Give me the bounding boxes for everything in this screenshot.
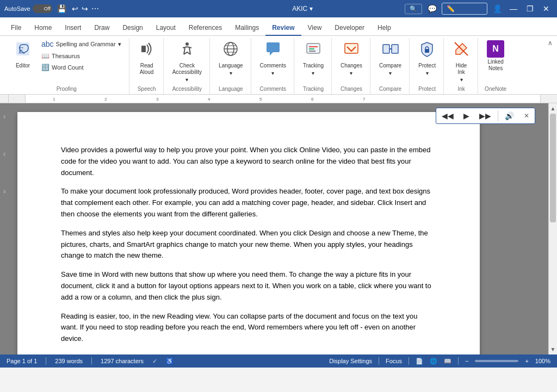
- tab-references[interactable]: References: [182, 21, 228, 36]
- accessibility-dropdown-icon[interactable]: ▾: [185, 77, 188, 83]
- comments-button[interactable]: Comments ▾: [257, 38, 289, 78]
- nav-next-next-button[interactable]: ▶▶: [475, 109, 496, 122]
- scroll-up-button[interactable]: ▲: [548, 103, 557, 114]
- read-aloud-icon: [138, 40, 156, 61]
- editor-button[interactable]: E Editor: [9, 38, 37, 71]
- minimize-button[interactable]: —: [507, 2, 520, 15]
- redo-button[interactable]: ↪: [82, 4, 88, 13]
- zoom-slider[interactable]: [475, 360, 518, 362]
- tab-draw[interactable]: Draw: [88, 21, 116, 36]
- search-button[interactable]: 🔍: [405, 4, 422, 14]
- focus-button[interactable]: Focus: [386, 358, 402, 364]
- changes-group-label: Changes: [341, 86, 362, 92]
- spelling-dropdown[interactable]: ▾: [118, 41, 121, 48]
- check-accessibility-button[interactable]: CheckAccessibility ▾: [169, 38, 205, 85]
- nav-sound-button[interactable]: 🔊: [500, 109, 518, 122]
- ribbon-group-compare: Compare ▾ Compare: [372, 38, 410, 94]
- horizontal-ruler: 1 2 3 4 5 6 7: [9, 95, 557, 103]
- undo-button[interactable]: ↩: [72, 4, 78, 13]
- tab-design[interactable]: Design: [116, 21, 149, 36]
- hide-ink-button[interactable]: HideInk ▾: [449, 38, 473, 85]
- view-web-icon[interactable]: 🌐: [430, 358, 437, 365]
- proofing-check-icon[interactable]: ✓: [152, 358, 157, 365]
- more-button[interactable]: ⋯: [91, 4, 99, 13]
- thesaurus-icon: 📖: [41, 52, 49, 60]
- tracking-button[interactable]: Tracking ▾: [300, 38, 327, 78]
- svg-rect-17: [425, 49, 429, 53]
- status-divider-5: [458, 357, 459, 365]
- status-divider-3: [379, 357, 379, 365]
- paragraph-4: Save time in Word with new buttons that …: [61, 269, 436, 303]
- language-button[interactable]: Language ▾: [215, 38, 246, 78]
- ruler-corner: [0, 95, 9, 103]
- view-layout-icon[interactable]: 📄: [416, 358, 423, 365]
- linked-notes-button[interactable]: N LinkedNotes: [484, 38, 508, 74]
- nav-prev-prev-button[interactable]: ◀◀: [437, 109, 458, 122]
- editing-dropdown[interactable]: ✏️ Editing ▾: [442, 3, 487, 15]
- tracking-dropdown-icon[interactable]: ▾: [312, 70, 314, 76]
- comments-dropdown-icon[interactable]: ▾: [271, 70, 274, 76]
- onenote-icon: N: [487, 40, 504, 58]
- tab-developer[interactable]: Developer: [328, 21, 371, 36]
- tab-help[interactable]: Help: [371, 21, 398, 36]
- tab-insert[interactable]: Insert: [58, 21, 88, 36]
- scroll-down-button[interactable]: ▼: [548, 344, 557, 354]
- tab-layout[interactable]: Layout: [150, 21, 182, 36]
- share-button[interactable]: 👤: [491, 2, 504, 15]
- display-settings-button[interactable]: Display Settings: [329, 358, 372, 364]
- protect-dropdown-icon[interactable]: ▾: [426, 70, 429, 76]
- protect-button[interactable]: Protect ▾: [415, 38, 439, 78]
- pencil-icon: ✏️: [447, 5, 455, 13]
- ribbon-group-onenote: N LinkedNotes OneNote: [479, 38, 512, 94]
- tab-mailings[interactable]: Mailings: [228, 21, 265, 36]
- autosave-toggle[interactable]: Off: [33, 4, 52, 13]
- nav-close-button[interactable]: ✕: [519, 110, 534, 122]
- status-divider-1: [46, 357, 46, 365]
- ribbon-group-language: Language ▾ Language: [211, 38, 251, 94]
- changes-button[interactable]: Changes ▾: [337, 38, 366, 78]
- autosave-label: AutoSave Off: [4, 4, 52, 13]
- ribbon-collapse-button[interactable]: ∧: [546, 38, 555, 48]
- word-count-button[interactable]: 🔢 Word Count: [38, 62, 125, 73]
- read-aloud-button[interactable]: ReadAloud: [135, 38, 159, 78]
- nav-play-button[interactable]: ▶: [459, 109, 474, 122]
- hide-ink-dropdown-icon[interactable]: ▾: [460, 77, 463, 83]
- compare-button[interactable]: Compare ▾: [376, 38, 405, 78]
- status-divider-2: [91, 357, 92, 365]
- tab-view[interactable]: View: [301, 21, 329, 36]
- zoom-out-button[interactable]: −: [465, 358, 468, 364]
- language-dropdown-icon[interactable]: ▾: [230, 70, 232, 76]
- language-label: Language: [219, 63, 243, 69]
- tab-file[interactable]: File: [4, 21, 28, 36]
- spelling-button[interactable]: abc Spelling and Grammar ▾: [38, 38, 125, 50]
- restore-button[interactable]: ❐: [523, 2, 536, 15]
- comments-button[interactable]: 💬: [425, 2, 438, 15]
- hide-ink-icon: [453, 40, 470, 61]
- ribbon-group-comments: Comments ▾ Comments: [252, 38, 294, 94]
- ribbon-group-ink: HideInk ▾ Ink: [445, 38, 478, 94]
- paragraph-5: Reading is easier, too, in the new Readi…: [61, 311, 436, 345]
- tab-home[interactable]: Home: [28, 21, 58, 36]
- scrollbar[interactable]: ▲ ▼: [548, 103, 557, 354]
- tracking-icon: [305, 40, 322, 61]
- view-read-icon[interactable]: 📖: [444, 358, 451, 365]
- editor-label: Editor: [16, 63, 30, 69]
- ruler-wrapper: 1 2 3 4 5 6 7: [0, 95, 557, 103]
- dropdown-icon[interactable]: ▾: [310, 5, 313, 13]
- paragraph-1: Video provides a powerful way to help yo…: [61, 145, 436, 178]
- zoom-in-button[interactable]: +: [525, 358, 528, 364]
- ribbon-tab-bar: File Home Insert Draw Design Layout Refe…: [0, 17, 557, 36]
- scroll-thumb[interactable]: [550, 114, 556, 222]
- editor-icon: E: [14, 40, 32, 61]
- compare-dropdown-icon[interactable]: ▾: [389, 70, 392, 76]
- save-button[interactable]: 💾: [55, 2, 69, 15]
- thesaurus-button[interactable]: 📖 Thesaurus: [38, 51, 125, 61]
- changes-dropdown-icon[interactable]: ▾: [350, 70, 352, 76]
- comments-icon: [264, 40, 282, 61]
- spelling-label: Spelling and Grammar: [56, 41, 116, 47]
- check-accessibility-label: CheckAccessibility: [172, 63, 202, 76]
- tab-review[interactable]: Review: [265, 21, 301, 36]
- close-button[interactable]: ✕: [540, 2, 553, 15]
- page-info: Page 1 of 1: [7, 358, 37, 364]
- accessibility-status-icon[interactable]: ♿: [166, 358, 174, 365]
